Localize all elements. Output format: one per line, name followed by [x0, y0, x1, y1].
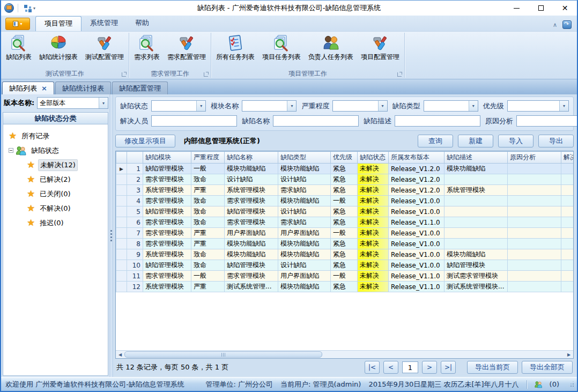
help-icon[interactable]: [562, 20, 572, 29]
modify-columns-button[interactable]: 修改显示项目: [115, 135, 175, 147]
chevron-down-icon[interactable]: ▾: [196, 101, 205, 111]
cell-description[interactable]: [444, 228, 508, 239]
splitter[interactable]: [109, 94, 113, 377]
tree-item[interactable]: ★ 未解决(12): [9, 158, 106, 172]
cell-release[interactable]: Release_V1.0.0: [389, 239, 444, 249]
cell-name[interactable]: 缺陷管理模块: [225, 260, 278, 271]
cell-release[interactable]: Release_V1.2.0: [389, 185, 444, 196]
cell-description[interactable]: [444, 196, 508, 206]
ribbon-button[interactable]: 负责人任务列表: [305, 33, 357, 69]
tree-item[interactable]: ★ 所有记录: [9, 129, 106, 143]
tree-item[interactable]: ★ 已关闭(0): [9, 187, 106, 201]
cell-priority[interactable]: 紧急: [331, 164, 358, 174]
cell-status[interactable]: 未解决: [358, 217, 389, 228]
cell-release[interactable]: Release_V1.0.0: [389, 206, 444, 217]
cell-solution[interactable]: [561, 271, 574, 282]
document-tab[interactable]: 缺陷列表 ×: [2, 82, 54, 94]
cell-module[interactable]: 系统管理模块: [143, 185, 191, 196]
grid-column-header[interactable]: 优先级: [331, 152, 358, 164]
cell-priority[interactable]: 紧急: [331, 206, 358, 217]
chevron-down-icon[interactable]: ▾: [469, 101, 478, 111]
export-all-pages-button[interactable]: 导出全部页: [522, 361, 573, 374]
document-tab[interactable]: 缺陷统计报表: [55, 82, 111, 94]
cell-solution[interactable]: [561, 164, 574, 174]
grid-column-header[interactable]: 缺陷描述: [444, 152, 508, 164]
table-row[interactable]: 11 需求管理模块 一般 需求管理模块 用户界面缺陷 一般 未解决 Releas…: [116, 271, 574, 282]
filter-select[interactable]: ▾: [507, 100, 569, 112]
table-row[interactable]: 2 需求管理模块 致命 设计缺陷 设计缺陷 紧急 未解决 Release_V1.…: [116, 174, 574, 185]
table-row[interactable]: 6 需求管理模块 致命 需求管理模块 需求缺陷 紧急 未解决 Release_V…: [116, 217, 574, 228]
cell-severity[interactable]: 严重: [191, 228, 225, 239]
scroll-right-icon[interactable]: ▶: [565, 351, 573, 358]
cell-status[interactable]: 未解决: [358, 206, 389, 217]
cell-type[interactable]: 用户界面缺陷: [278, 271, 331, 282]
page-number-input[interactable]: [402, 361, 418, 373]
cell-priority[interactable]: 紧急: [331, 260, 358, 271]
cell-severity[interactable]: 致命: [191, 174, 225, 185]
cell-description[interactable]: [444, 217, 508, 228]
table-row[interactable]: 5 缺陷管理模块 致命 缺陷管理模块 设计缺陷 紧急 未解决 Release_V…: [116, 206, 574, 217]
ribbon-tab[interactable]: 系统管理: [81, 16, 127, 31]
collapse-node-icon[interactable]: [9, 148, 13, 153]
ribbon-button[interactable]: 所有任务列表: [212, 33, 258, 69]
cell-name[interactable]: 设计缺陷: [225, 174, 278, 185]
cell-release[interactable]: Release_V1.1.0: [389, 282, 444, 292]
ribbon-button[interactable]: 项目任务列表: [258, 33, 305, 69]
cell-severity[interactable]: 致命: [191, 249, 225, 260]
cell-status[interactable]: 未解决: [358, 185, 389, 196]
cell-module[interactable]: 缺陷管理模块: [143, 164, 191, 174]
tree-item[interactable]: ★ 推迟(0): [9, 216, 106, 230]
cell-status[interactable]: 未解决: [358, 196, 389, 206]
filter-select[interactable]: ▾: [242, 100, 297, 112]
chevron-down-icon[interactable]: ▾: [559, 101, 568, 111]
cell-cause[interactable]: [508, 206, 561, 217]
action-button[interactable]: 导出: [538, 135, 574, 147]
ribbon-button[interactable]: 项目配置管理: [357, 33, 403, 69]
cell-cause[interactable]: [508, 282, 561, 292]
document-tab[interactable]: 缺陷配置管理: [112, 82, 168, 94]
cell-cause[interactable]: [508, 174, 561, 185]
filter-input[interactable]: [395, 115, 480, 127]
grid-column-header[interactable]: [127, 152, 143, 164]
cell-type[interactable]: 设计缺陷: [278, 260, 331, 271]
first-page-button[interactable]: |<: [365, 361, 380, 374]
cell-name[interactable]: 模块功能缺陷: [225, 164, 278, 174]
chevron-down-icon[interactable]: ▾: [287, 101, 296, 111]
cell-priority[interactable]: 紧急: [331, 185, 358, 196]
ribbon-button[interactable]: 缺陷统计报表: [35, 33, 81, 69]
cell-status[interactable]: 未解决: [358, 239, 389, 249]
cell-status[interactable]: 未解决: [358, 282, 389, 292]
filter-input[interactable]: [273, 115, 359, 127]
cell-name[interactable]: 需求管理模块: [225, 196, 278, 206]
scrollbar-thumb[interactable]: [124, 351, 322, 358]
chevron-down-icon[interactable]: ▾: [99, 98, 108, 108]
maximize-button[interactable]: [529, 1, 553, 16]
cell-name[interactable]: 模块功能缺陷: [225, 249, 278, 260]
cell-description[interactable]: 测试系统管理模块...: [444, 282, 508, 292]
cell-severity[interactable]: 致命: [191, 217, 225, 228]
cell-module[interactable]: 需求管理模块: [143, 196, 191, 206]
table-row[interactable]: 10 缺陷管理模块 致命 缺陷管理模块 设计缺陷 紧急 未解决 Release_…: [116, 260, 574, 271]
application-menu-button[interactable]: ▾: [5, 18, 30, 30]
close-button[interactable]: ✕: [553, 1, 577, 16]
chevron-down-icon[interactable]: ▾: [378, 101, 387, 111]
dialog-launcher-icon[interactable]: [397, 72, 402, 77]
cell-type[interactable]: 模块功能缺陷: [278, 282, 331, 292]
cell-module[interactable]: 缺陷管理模块: [143, 260, 191, 271]
grid-column-header[interactable]: 解决: [561, 152, 574, 164]
cell-type[interactable]: 设计缺陷: [278, 206, 331, 217]
cell-priority[interactable]: 一般: [331, 196, 358, 206]
cell-priority[interactable]: 紧急: [331, 249, 358, 260]
ribbon-button[interactable]: 缺陷列表: [2, 33, 35, 69]
filter-input[interactable]: [516, 115, 577, 127]
scrollbar-track[interactable]: [124, 351, 565, 358]
cell-cause[interactable]: [508, 260, 561, 271]
cell-type[interactable]: 模块功能缺陷: [278, 239, 331, 249]
cell-severity[interactable]: 致命: [191, 260, 225, 271]
action-button[interactable]: 新建: [458, 135, 493, 147]
cell-priority[interactable]: 紧急: [331, 217, 358, 228]
cell-cause[interactable]: [508, 196, 561, 206]
cell-status[interactable]: 未解决: [358, 260, 389, 271]
grid-column-header[interactable]: 严重程度: [191, 152, 225, 164]
cell-type[interactable]: 需求缺陷: [278, 217, 331, 228]
